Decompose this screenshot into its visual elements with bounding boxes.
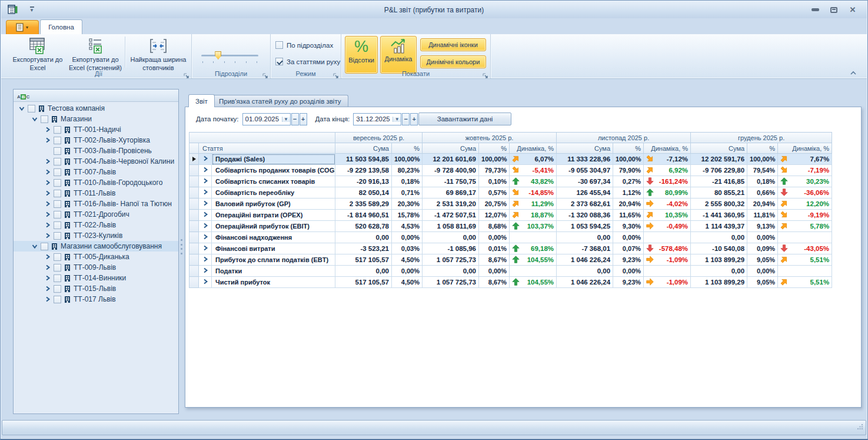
sum-cell[interactable]: 1 053 594,25 <box>557 221 613 232</box>
tree-expand-icon[interactable] <box>44 296 51 303</box>
sum-cell[interactable]: -7 368,01 <box>557 243 613 254</box>
percent-cell[interactable]: 8,68% <box>479 221 510 232</box>
export-excel-button[interactable]: Експортувати до Excel <box>9 36 66 74</box>
dynamics-cell[interactable]: 6,92% <box>644 165 691 176</box>
tree-checkbox[interactable] <box>28 105 35 113</box>
row-expander-cell[interactable] <box>199 154 212 165</box>
percent-cell[interactable]: 100,00% <box>392 154 423 165</box>
tree-header[interactable]: ABC <box>14 90 178 102</box>
export-excel-compact-button[interactable]: Екпортувати до Excel (стиснений) <box>67 36 124 74</box>
tree-expand-icon[interactable] <box>44 232 51 239</box>
column-header[interactable]: Сума <box>423 143 479 154</box>
tree-item[interactable]: ТТ-021-Дрогобич <box>14 209 178 220</box>
dynamics-cell[interactable]: 10,35% <box>644 210 691 221</box>
dynamics-cell[interactable] <box>510 266 557 277</box>
table-row[interactable]: Собівартість списаних товарів-20 916,130… <box>189 176 832 187</box>
sum-cell[interactable]: 69 869,17 <box>423 187 479 199</box>
article-cell[interactable]: Собівартість переобліку <box>212 187 335 199</box>
dynamics-cell[interactable]: -36,06% <box>778 187 832 199</box>
article-cell[interactable]: Фінансові витрати <box>212 243 335 254</box>
sum-cell[interactable]: 0,00 <box>335 266 392 277</box>
sum-cell[interactable]: 126 455,94 <box>557 187 613 199</box>
sum-cell[interactable]: 11 503 594,85 <box>335 154 392 165</box>
date-to-increment-button[interactable]: + <box>410 113 418 125</box>
tree-checkbox[interactable] <box>54 274 61 282</box>
row-expander-cell[interactable] <box>199 165 212 176</box>
percent-cell[interactable]: 80,23% <box>392 165 423 176</box>
application-menu-button[interactable]: ▼ <box>6 20 39 34</box>
column-header[interactable]: % <box>479 143 510 154</box>
sum-cell[interactable]: -9 055 304,97 <box>557 165 613 176</box>
article-cell[interactable]: Податки <box>212 266 335 277</box>
sum-cell[interactable]: -1 814 960,51 <box>335 210 392 221</box>
tree-checkbox[interactable] <box>41 243 48 250</box>
row-expander-cell[interactable] <box>199 232 212 243</box>
percent-cell[interactable]: 0,71% <box>392 187 423 199</box>
sum-cell[interactable]: 0,00 <box>335 232 392 243</box>
tree-expand-icon[interactable] <box>44 274 51 282</box>
dynamics-cell[interactable]: -7,19% <box>778 165 832 176</box>
dynamics-cell[interactable]: 5,51% <box>778 254 832 266</box>
table-row[interactable]: Собівартість проданих товарів (COGS)-9 2… <box>189 165 832 176</box>
table-row[interactable]: Прибуток до сплати податків (EBT)517 105… <box>189 254 832 266</box>
tab-article-mapping[interactable]: Прив'язка статей руху до розділів звіту <box>212 95 348 107</box>
sum-cell[interactable]: 80 855,21 <box>691 187 747 199</box>
row-expander-cell[interactable] <box>199 221 212 232</box>
percent-cell[interactable]: 0,00% <box>747 232 778 243</box>
tree-checkbox[interactable] <box>41 115 48 123</box>
percent-cell[interactable]: 0,66% <box>747 187 778 199</box>
column-header[interactable]: % <box>392 143 423 154</box>
sum-cell[interactable]: 520 628,78 <box>335 221 392 232</box>
dynamics-cell[interactable]: 43,82% <box>510 176 557 187</box>
sum-cell[interactable]: 517 105,57 <box>335 277 392 288</box>
sum-cell[interactable]: -30 697,34 <box>557 176 613 187</box>
dynamics-cell[interactable]: 5,51% <box>778 277 832 288</box>
percent-cell[interactable]: 0,27% <box>613 176 644 187</box>
tree-checkbox[interactable] <box>54 137 61 144</box>
row-expander-cell[interactable] <box>199 277 212 288</box>
sum-cell[interactable]: 1 057 725,73 <box>423 277 479 288</box>
row-expander-cell[interactable] <box>199 243 212 254</box>
percent-cell[interactable]: 0,07% <box>613 243 644 254</box>
percent-cell[interactable]: 0,00% <box>392 232 423 243</box>
date-from-increment-button[interactable]: + <box>300 113 307 125</box>
dynamics-cell[interactable]: -578,48% <box>644 243 691 254</box>
sum-cell[interactable]: 0,00 <box>423 266 479 277</box>
row-expander-cell[interactable] <box>199 210 212 221</box>
table-row[interactable]: Податки0,000,00%0,000,00%0,000,00%0,000,… <box>189 266 832 277</box>
tree-expand-icon[interactable] <box>44 179 51 186</box>
dynamics-cell[interactable]: 11,29% <box>510 199 557 210</box>
tree-item[interactable]: ТТ-016-Львів- Напої та Тютюн <box>14 199 178 209</box>
percent-cell[interactable]: 20,30% <box>392 199 423 210</box>
dynamics-cell[interactable]: -9,19% <box>778 210 832 221</box>
tree-checkbox[interactable] <box>54 147 61 155</box>
dialog-launcher-button[interactable] <box>184 71 189 77</box>
checkbox-by-flow-articles[interactable]: За статтями руху <box>275 58 340 65</box>
tree-expand-icon[interactable] <box>44 253 51 260</box>
sum-cell[interactable]: 2 531 319,20 <box>423 199 479 210</box>
dynamics-cell[interactable]: 18,87% <box>510 210 557 221</box>
dynamics-cell[interactable] <box>644 266 691 277</box>
slider-thumb[interactable] <box>215 51 221 59</box>
tree-item[interactable]: ТТ-009-Львів <box>14 262 178 273</box>
sum-cell[interactable]: 1 103 899,29 <box>691 277 747 288</box>
tree-expand-icon[interactable] <box>44 126 51 133</box>
tree-item[interactable]: ТТ-003-Львів-Провісень <box>14 145 178 156</box>
dynamics-cell[interactable]: 7,67% <box>778 154 832 165</box>
percents-toggle-button[interactable]: % Відсотки <box>345 36 378 74</box>
dynamics-cell[interactable]: 103,37% <box>510 221 557 232</box>
tree-checkbox[interactable] <box>54 296 61 303</box>
tree-checkbox[interactable] <box>54 158 61 166</box>
tree-checkbox[interactable] <box>54 232 61 240</box>
percent-cell[interactable]: 20,94% <box>747 199 778 210</box>
column-header-article[interactable]: Стаття <box>199 143 335 154</box>
dynamic-colors-toggle-button[interactable]: Динімічні кольори <box>420 55 486 68</box>
percent-cell[interactable]: 20,94% <box>613 199 644 210</box>
dynamics-cell[interactable] <box>778 266 832 277</box>
sum-cell[interactable]: 2 373 682,61 <box>557 199 613 210</box>
tree-item[interactable]: ТТ-005-Диканька <box>14 252 178 262</box>
tree-item[interactable]: ТТ-004-Львів-Червоної Калини <box>14 156 178 167</box>
restore-button[interactable] <box>829 6 839 14</box>
percent-cell[interactable]: 0,00% <box>479 266 510 277</box>
date-to-input[interactable] <box>354 115 393 123</box>
